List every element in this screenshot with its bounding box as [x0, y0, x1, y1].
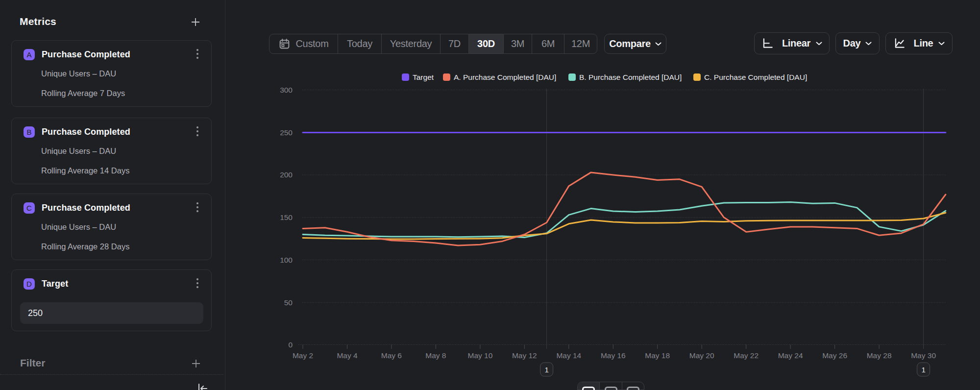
- svg-text:May 16: May 16: [601, 351, 626, 360]
- svg-text:May 8: May 8: [425, 351, 446, 360]
- svg-text:200: 200: [280, 171, 293, 179]
- svg-text:150: 150: [280, 213, 293, 221]
- svg-text:May 12: May 12: [512, 351, 537, 360]
- svg-text:May 28: May 28: [867, 351, 892, 360]
- svg-text:May 18: May 18: [645, 351, 670, 360]
- svg-text:May 30: May 30: [911, 351, 936, 360]
- svg-text:300: 300: [280, 86, 293, 94]
- svg-text:May 6: May 6: [381, 351, 402, 360]
- svg-text:May 4: May 4: [337, 351, 358, 360]
- svg-text:May 26: May 26: [822, 351, 847, 360]
- svg-text:100: 100: [280, 256, 293, 264]
- svg-text:1: 1: [921, 366, 925, 374]
- svg-text:May 20: May 20: [689, 351, 714, 360]
- svg-text:50: 50: [284, 298, 293, 307]
- svg-text:May 22: May 22: [734, 351, 759, 360]
- svg-text:250: 250: [280, 128, 293, 137]
- svg-text:May 10: May 10: [467, 351, 492, 360]
- svg-text:1: 1: [544, 366, 548, 374]
- svg-text:May 14: May 14: [556, 351, 581, 360]
- svg-text:May 2: May 2: [293, 351, 313, 360]
- svg-text:0: 0: [288, 341, 293, 349]
- svg-text:May 24: May 24: [778, 351, 803, 360]
